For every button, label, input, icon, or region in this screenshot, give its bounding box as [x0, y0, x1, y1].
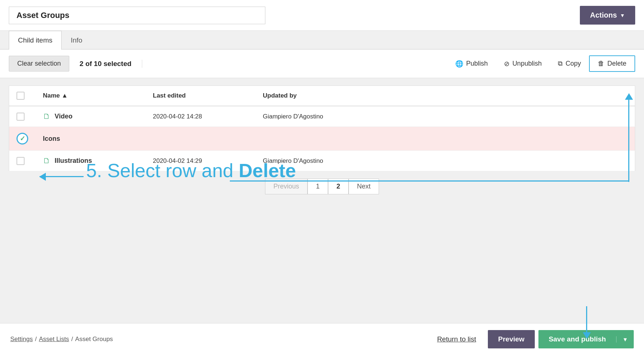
pagination: Previous 1 2 Next [9, 171, 635, 202]
publish-button[interactable]: 🌐 Publish [447, 56, 496, 72]
file-icon: 🗋 [43, 112, 50, 121]
clear-selection-button[interactable]: Clear selection [9, 56, 69, 72]
table-row: 🗋 Illustrations 2020-04-02 14:29 Giampie… [9, 151, 635, 171]
tab-child-items[interactable]: Child items [9, 31, 62, 50]
main-content: Name ▲ Last edited Updated by 🗋 Video [0, 78, 644, 323]
file-icon: 🗋 [43, 157, 50, 165]
row-checkbox-cell[interactable] [9, 151, 36, 171]
breadcrumb: Settings / Asset Lists / Asset Groups [10, 336, 113, 343]
page-1-button[interactable]: 1 [308, 179, 328, 194]
row-date-cell [146, 127, 255, 151]
data-table: Name ▲ Last edited Updated by 🗋 Video [9, 85, 635, 171]
save-and-publish-button[interactable]: Save and publish ▼ [538, 330, 634, 348]
save-publish-dropdown-icon[interactable]: ▼ [616, 336, 634, 343]
col-header-edited: Last edited [146, 86, 255, 106]
footer-actions: Return to list Preview Save and publish … [429, 330, 634, 348]
page-2-button[interactable]: 2 [328, 179, 349, 194]
actions-button[interactable]: Actions ▼ [580, 6, 635, 25]
row-checkbox[interactable] [16, 157, 25, 165]
next-page-button[interactable]: Next [349, 179, 379, 194]
breadcrumb-settings[interactable]: Settings [10, 336, 33, 343]
toolbar: Clear selection 2 of 10 selected 🌐 Publi… [0, 50, 644, 78]
preview-button[interactable]: Preview [488, 330, 535, 348]
delete-button[interactable]: 🗑 Delete [589, 55, 635, 72]
col-header-updated: Updated by [255, 86, 635, 106]
toolbar-actions: 🌐 Publish ⊘ Unpublish ⧉ Copy 🗑 Delete [447, 55, 635, 72]
top-bar: Asset Groups Actions ▼ [0, 0, 644, 31]
globe-icon: 🌐 [455, 60, 463, 68]
previous-page-button[interactable]: Previous [265, 179, 308, 194]
row-date-cell: 2020-04-02 14:29 [146, 151, 255, 171]
table-row: ✓ Icons [9, 127, 635, 151]
unpublish-icon: ⊘ [504, 60, 509, 68]
row-checkbox[interactable] [16, 113, 25, 121]
copy-button[interactable]: ⧉ Copy [550, 56, 589, 71]
select-all-header[interactable] [9, 86, 36, 106]
unpublish-button[interactable]: ⊘ Unpublish [496, 56, 550, 72]
selection-info: 2 of 10 selected [80, 60, 142, 68]
breadcrumb-asset-lists[interactable]: Asset Lists [39, 336, 69, 343]
row-author-cell [255, 127, 635, 151]
page-title: Asset Groups [9, 7, 265, 24]
return-to-list-button[interactable]: Return to list [429, 330, 484, 348]
row-name-cell[interactable]: Icons [36, 127, 146, 151]
row-checkbox-cell[interactable] [9, 106, 36, 127]
row-name-cell[interactable]: 🗋 Video [36, 106, 146, 127]
col-header-name[interactable]: Name ▲ [36, 86, 146, 106]
table-row: 🗋 Video 2020-04-02 14:28 Giampiero D'Ago… [9, 106, 635, 127]
row-author-cell: Giampiero D'Agostino [255, 151, 635, 171]
row-checkbox-checked[interactable]: ✓ [16, 133, 28, 144]
tab-info[interactable]: Info [62, 31, 92, 50]
tabs-bar: Child items Info [0, 31, 644, 50]
select-all-checkbox[interactable] [16, 92, 25, 100]
breadcrumb-current: Asset Groups [75, 336, 113, 343]
row-name-cell[interactable]: 🗋 Illustrations [36, 151, 146, 171]
copy-icon: ⧉ [558, 60, 563, 67]
dropdown-arrow-icon: ▼ [620, 12, 625, 18]
footer: Settings / Asset Lists / Asset Groups Re… [0, 323, 644, 355]
row-author-cell: Giampiero D'Agostino [255, 106, 635, 127]
row-date-cell: 2020-04-02 14:28 [146, 106, 255, 127]
row-checkbox-cell[interactable]: ✓ [9, 127, 36, 151]
trash-icon: 🗑 [598, 60, 604, 67]
checkmark-icon: ✓ [20, 135, 25, 143]
